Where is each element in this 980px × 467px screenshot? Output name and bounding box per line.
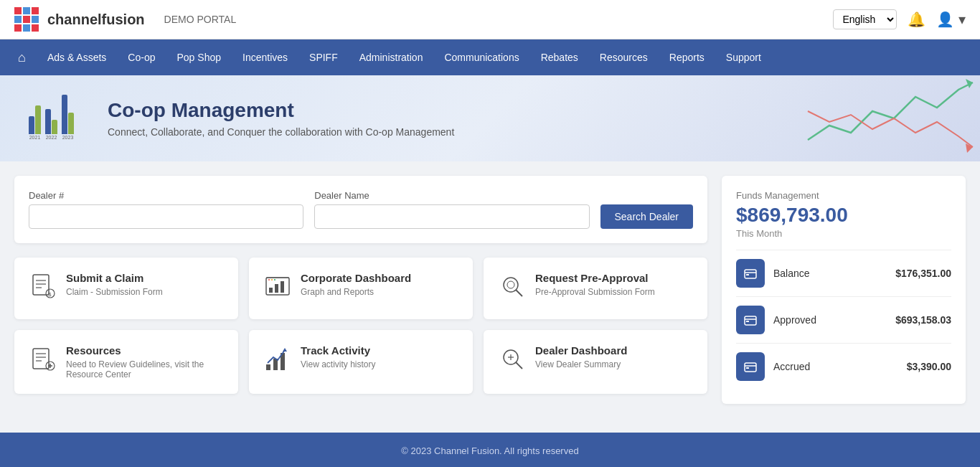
nav-item-incentives[interactable]: Incentives <box>232 39 298 75</box>
dealer-name-input[interactable] <box>314 204 589 229</box>
dealer-dashboard-sub: View Dealer Summary <box>535 359 627 369</box>
dealer-number-input[interactable] <box>29 204 303 229</box>
svg-line-17 <box>516 290 522 296</box>
svg-line-31 <box>516 362 522 369</box>
nav-item-support[interactable]: Support <box>715 39 772 75</box>
funds-period: This Month <box>736 228 951 239</box>
logo-area: channelfusion DEMO PORTAL <box>14 7 236 32</box>
svg-rect-40 <box>745 363 756 372</box>
cards-grid: $ Submit a Claim Claim - Submission Form <box>14 258 707 394</box>
track-activity-icon <box>263 344 292 377</box>
card-resources[interactable]: Resources Need to Review Guidelines, vis… <box>14 330 238 394</box>
svg-point-13 <box>268 279 270 280</box>
nav-item-administration[interactable]: Administration <box>349 39 434 75</box>
nav-item-resources[interactable]: Resources <box>589 39 659 75</box>
svg-rect-26 <box>266 364 270 370</box>
nav-item-reports[interactable]: Reports <box>659 39 715 75</box>
footer-text: © 2023 Channel Fusion. All rights reserv… <box>401 445 578 456</box>
search-row: Dealer # Dealer Name Search Dealer <box>29 190 693 229</box>
logo-text: channelfusion <box>47 11 145 28</box>
demo-portal-label: DEMO PORTAL <box>164 14 237 25</box>
svg-rect-36 <box>746 274 749 275</box>
bell-icon[interactable]: 🔔 <box>908 11 925 28</box>
nav-item-communications[interactable]: Communications <box>433 39 529 75</box>
top-bar: channelfusion DEMO PORTAL English Spanis… <box>0 0 980 39</box>
footer: © 2023 Channel Fusion. All rights reserv… <box>0 433 980 467</box>
corporate-dashboard-icon <box>263 272 292 305</box>
svg-rect-34 <box>745 270 756 278</box>
main-content: Dealer # Dealer Name Search Dealer <box>0 161 980 418</box>
balance-label: Balance <box>773 268 887 279</box>
funds-management-label: Funds Management <box>736 190 951 201</box>
resources-sub: Need to Review Guidelines, visit the Res… <box>66 359 224 379</box>
svg-rect-9 <box>269 288 273 293</box>
accrued-label: Accrued <box>773 361 898 372</box>
approved-value: $693,158.03 <box>895 314 951 326</box>
submit-claim-icon: $ <box>29 272 57 305</box>
track-activity-title: Track Activity <box>301 344 375 357</box>
request-pre-approval-sub: Pre-Approval Submission Form <box>535 287 655 297</box>
funds-item-accrued: Accrued $3,390.00 <box>736 343 951 390</box>
corporate-dashboard-title: Corporate Dashboard <box>301 272 411 284</box>
card-track-activity[interactable]: Track Activity View activity history <box>249 330 473 394</box>
corporate-dashboard-sub: Graph and Reports <box>301 287 411 297</box>
logo-icon <box>14 7 39 32</box>
track-activity-sub: View activity history <box>301 359 375 369</box>
balance-value: $176,351.00 <box>895 268 951 279</box>
top-right-area: English Spanish French 🔔 👤 ▾ <box>833 9 966 29</box>
svg-rect-37 <box>745 316 756 325</box>
main-nav: ⌂ Ads & Assets Co-op Pop Shop Incentives… <box>0 39 980 75</box>
svg-rect-42 <box>746 367 749 369</box>
dealer-name-field: Dealer Name <box>314 190 589 229</box>
dealer-name-label: Dealer Name <box>314 190 589 201</box>
funds-amount: $869,793.00 <box>736 204 951 227</box>
svg-marker-29 <box>283 348 287 352</box>
dealer-number-field: Dealer # <box>29 190 303 229</box>
funds-item-balance: Balance $176,351.00 <box>736 250 951 296</box>
svg-point-18 <box>507 281 514 288</box>
accrued-value: $3,390.00 <box>907 361 951 372</box>
accrued-icon <box>736 352 765 381</box>
request-pre-approval-icon <box>498 272 527 305</box>
svg-text:$: $ <box>48 291 52 298</box>
resources-icon <box>29 344 57 377</box>
language-select[interactable]: English Spanish French <box>833 9 897 29</box>
submit-claim-sub: Claim - Submission Form <box>66 287 163 297</box>
nav-home-button[interactable]: ⌂ <box>7 50 37 65</box>
submit-claim-title: Submit a Claim <box>66 272 163 284</box>
nav-item-pop-shop[interactable]: Pop Shop <box>166 39 232 75</box>
svg-rect-11 <box>281 281 284 293</box>
dealer-dashboard-icon <box>498 344 527 377</box>
funds-item-approved: Approved $693,158.03 <box>736 296 951 343</box>
left-panel: Dealer # Dealer Name Search Dealer <box>14 176 707 394</box>
user-menu[interactable]: 👤 ▾ <box>936 11 966 28</box>
card-dealer-dashboard[interactable]: Dealer Dashboard View Dealer Summary <box>484 330 707 394</box>
approved-label: Approved <box>773 314 887 326</box>
search-dealer-button[interactable]: Search Dealer <box>600 204 694 229</box>
balance-icon <box>736 259 765 288</box>
svg-marker-0 <box>966 79 973 88</box>
svg-point-14 <box>271 279 273 280</box>
svg-rect-39 <box>746 321 749 322</box>
card-submit-claim[interactable]: $ Submit a Claim Claim - Submission Form <box>14 258 238 319</box>
card-corporate-dashboard[interactable]: Corporate Dashboard Graph and Reports <box>249 258 473 319</box>
hero-line-chart <box>801 75 980 161</box>
dealer-number-label: Dealer # <box>29 190 303 201</box>
svg-rect-10 <box>275 284 278 293</box>
hero-banner: 2021 2022 2023 Co-op Management Con <box>0 75 980 161</box>
nav-item-spiff[interactable]: SPIFF <box>298 39 349 75</box>
nav-item-coop[interactable]: Co-op <box>117 39 166 75</box>
resources-title: Resources <box>66 344 224 357</box>
funds-panel: Funds Management $869,793.00 This Month … <box>722 176 966 404</box>
search-section: Dealer # Dealer Name Search Dealer <box>14 176 707 243</box>
nav-item-rebates[interactable]: Rebates <box>530 39 589 75</box>
svg-point-15 <box>274 279 275 280</box>
dealer-dashboard-title: Dealer Dashboard <box>535 344 627 357</box>
svg-rect-19 <box>33 349 49 369</box>
request-pre-approval-title: Request Pre-Approval <box>535 272 655 284</box>
nav-item-ads-assets[interactable]: Ads & Assets <box>37 39 117 75</box>
hero-bar-chart: 2021 2022 2023 <box>29 90 93 147</box>
approved-icon <box>736 306 765 334</box>
card-request-pre-approval[interactable]: Request Pre-Approval Pre-Approval Submis… <box>484 258 707 319</box>
